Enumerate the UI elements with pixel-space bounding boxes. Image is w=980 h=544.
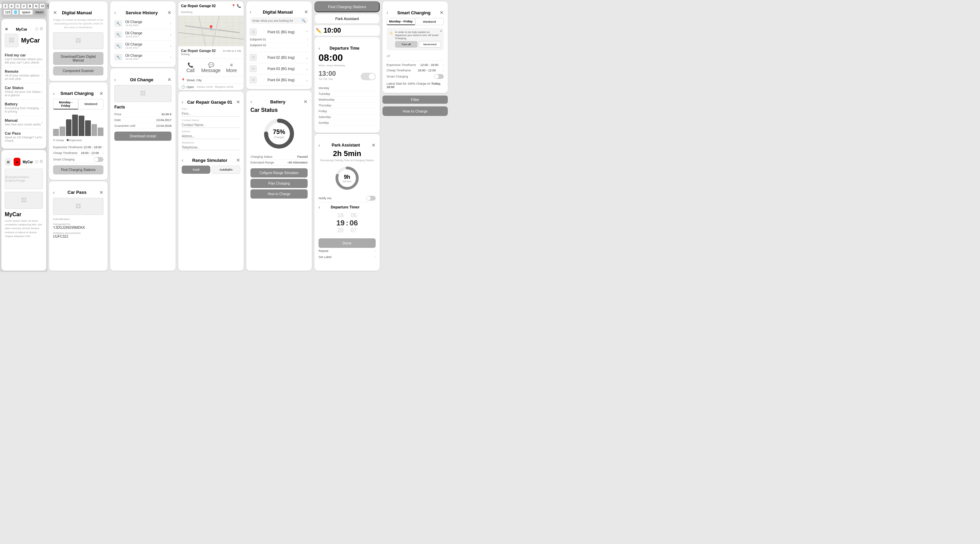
repeat-chevron[interactable]: › xyxy=(375,249,375,253)
accordion-header-01[interactable]: 🖼 Point 01 (BG Img) ⌃ xyxy=(250,29,308,35)
sh-item-2[interactable]: 🔧 Oil Change 13.04.2017 › xyxy=(115,29,172,40)
sh-back-icon[interactable]: ‹ xyxy=(115,10,116,15)
menu-car-status[interactable]: Car Status Check out your Car Status at … xyxy=(5,83,43,100)
rs-close-icon[interactable]: ✕ xyxy=(236,157,240,163)
btn-component-scanner[interactable]: Component Scanner xyxy=(53,66,103,76)
accordion-header-04[interactable]: 🖼 Point 04 (BG Img) ⌄ xyxy=(250,76,308,83)
menu-manual[interactable]: Manual See how your smart works › xyxy=(5,116,43,129)
sc2-tab-weekend[interactable]: Weekend xyxy=(415,18,444,25)
key-b[interactable]: B xyxy=(27,3,33,9)
message-action[interactable]: 💬 Message xyxy=(200,61,222,75)
sh-close-icon[interactable]: ✕ xyxy=(167,10,172,15)
key-v[interactable]: V xyxy=(21,3,27,9)
menu-icon-2[interactable]: ☰ xyxy=(40,159,43,164)
key-shift[interactable]: ⬆ xyxy=(0,3,2,9)
btn-find-charging[interactable]: Find Charging Stations xyxy=(53,165,103,174)
cr-contact-input[interactable] xyxy=(182,122,240,128)
cr-address-input[interactable] xyxy=(182,133,240,139)
sh-chevron-1[interactable]: › xyxy=(170,21,172,26)
day-wednesday[interactable]: Wednesday xyxy=(318,97,375,103)
sc-chevron-2[interactable]: › xyxy=(102,151,103,155)
tab-weekday[interactable]: Monday - Friday xyxy=(53,99,78,109)
btn-find-charging-top[interactable]: Find Charging Stations xyxy=(314,2,380,12)
rs-btn-start[interactable]: Stadt xyxy=(182,166,210,174)
key-m[interactable]: M xyxy=(40,3,45,9)
menu-car-pass[interactable]: Car Pass Need an Oil Change? Let's Check… xyxy=(5,129,43,145)
sh-item-4[interactable]: 🔧 Oil Change 13.04.2017 › xyxy=(115,52,172,63)
day-thursday[interactable]: Thursday xyxy=(318,103,375,108)
day-friday[interactable]: Friday xyxy=(318,108,375,114)
pencil-icon[interactable]: ✏️ xyxy=(316,28,321,33)
sc2-back-icon[interactable]: ‹ xyxy=(387,10,388,15)
oc-close-icon[interactable]: ✕ xyxy=(167,77,172,82)
call-action[interactable]: 📞 Call xyxy=(181,61,200,75)
btn-download-receipt[interactable]: Download receipt xyxy=(115,132,172,141)
sh-chevron-4[interactable]: › xyxy=(170,55,172,60)
dm-close-icon[interactable]: ✕ xyxy=(53,10,57,15)
alert-close-icon[interactable]: ✕ xyxy=(440,29,442,33)
sc2-close-icon[interactable]: ✕ xyxy=(440,10,444,15)
accordion-header-03[interactable]: 🖼 Point 03 (BG Img) ⌄ xyxy=(250,65,308,72)
more-action[interactable]: ≡ More xyxy=(222,61,241,75)
app-icon-grid[interactable]: ⊞ xyxy=(5,158,11,166)
smart-charging-toggle[interactable] xyxy=(94,157,103,162)
done-button[interactable]: Done xyxy=(318,238,375,248)
rs-btn-autobahn[interactable]: Autobahn xyxy=(212,166,240,174)
btn-turn-off[interactable]: Turn off xyxy=(395,41,417,48)
cr-firm-input[interactable] xyxy=(182,111,240,117)
btn-plan-charging[interactable]: Plan Charging xyxy=(250,179,308,188)
key-123[interactable]: 123 xyxy=(3,10,11,15)
sc2-tab-weekday[interactable]: Monday - Friday xyxy=(387,18,415,25)
key-n[interactable]: N xyxy=(33,3,39,9)
day-tuesday[interactable]: Tuesday xyxy=(318,91,375,97)
btn-park-assistant-top[interactable]: Park Assistant xyxy=(314,14,380,24)
key-x[interactable]: X xyxy=(9,3,14,9)
sc2-toggle[interactable] xyxy=(434,74,444,79)
sc2-chevron-2[interactable]: › xyxy=(443,69,444,72)
bat-back-icon[interactable]: ‹ xyxy=(250,99,252,105)
sc-back-icon[interactable]: ‹ xyxy=(53,91,55,96)
menu-battery[interactable]: Battery Everything from charging to pric… xyxy=(5,100,43,116)
menu-find-car[interactable]: Find my car Can't remember where you lef… xyxy=(5,51,43,67)
bat-close-icon[interactable]: ✕ xyxy=(304,99,308,105)
menu-remote[interactable]: Remote All of your remote options on one… xyxy=(5,67,43,83)
btn-how-to-charge[interactable]: How to Charge xyxy=(250,189,308,198)
cp-close-icon[interactable]: ✕ xyxy=(99,190,103,195)
sc-close-icon[interactable]: ✕ xyxy=(99,91,103,96)
sc-chevron[interactable]: › xyxy=(102,146,103,149)
key-c[interactable]: C xyxy=(15,3,21,9)
key-globe[interactable]: 🌐 xyxy=(12,10,19,15)
cr-back-icon[interactable]: ‹ xyxy=(182,99,183,105)
dm2-back-icon[interactable]: ‹ xyxy=(250,9,251,14)
day-monday[interactable]: Monday xyxy=(318,85,375,91)
sh-item-1[interactable]: 🔧 Oil Change 13.04.2017 › xyxy=(115,18,172,29)
btn-range-sim[interactable]: Cofigure Range Simulator xyxy=(250,168,308,178)
btn-download-manual[interactable]: Download/Open Digital Manual xyxy=(53,52,103,65)
tab-weekend[interactable]: Weekend xyxy=(78,99,103,109)
cp-back-icon[interactable]: ‹ xyxy=(53,190,55,195)
info-icon-2[interactable]: ⓘ xyxy=(35,159,38,164)
cr-close-icon[interactable]: ✕ xyxy=(236,99,240,105)
sh-chevron-2[interactable]: › xyxy=(170,32,172,37)
accordion-header-02[interactable]: 🖼 Point 02 (BG Img) ⌄ xyxy=(250,54,308,61)
btn-nevermind[interactable]: Nevermind xyxy=(419,41,441,48)
key-z[interactable]: Z xyxy=(3,3,8,9)
sh-item-3[interactable]: 🔧 Oil Change 13.04.2017 › xyxy=(115,40,172,52)
dep-timer-back[interactable]: ‹ xyxy=(318,205,320,210)
subpoint-02[interactable]: Subpoint 02 › xyxy=(250,43,308,48)
day-saturday[interactable]: Saturday xyxy=(318,114,375,120)
pa-close-icon[interactable]: ✕ xyxy=(372,143,375,148)
sh-chevron-3[interactable]: › xyxy=(170,43,172,48)
notify-toggle[interactable] xyxy=(366,196,375,201)
rs-back-icon[interactable]: ‹ xyxy=(182,157,183,163)
subpoint-01[interactable]: Subpoint 01 › xyxy=(250,37,308,43)
app-icon-red[interactable]: ● xyxy=(14,158,21,166)
key-return[interactable]: return xyxy=(34,10,44,15)
big-toggle-13[interactable] xyxy=(361,73,375,80)
dm2-search-input[interactable] xyxy=(253,19,300,22)
set-label-chevron[interactable]: › xyxy=(375,255,375,259)
pa-back-icon[interactable]: ‹ xyxy=(318,143,320,148)
phone-icon[interactable]: 📞 xyxy=(237,4,241,8)
cr-telephone-input[interactable] xyxy=(182,145,240,150)
dt-back-icon[interactable]: ‹ xyxy=(318,46,320,51)
